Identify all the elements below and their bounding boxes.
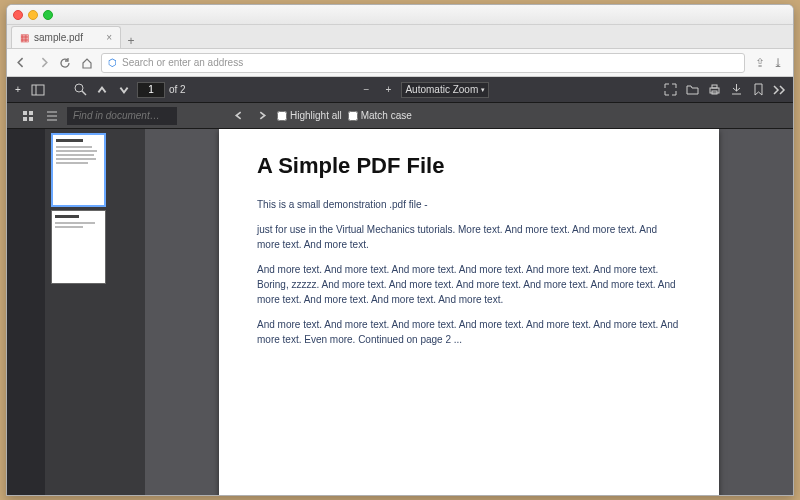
outline-view-button[interactable] xyxy=(43,107,61,125)
page-thumbnail-1[interactable] xyxy=(51,133,106,207)
find-prev-button[interactable] xyxy=(229,107,247,125)
zoom-in-button[interactable]: + xyxy=(379,81,397,99)
bookmark-button[interactable] xyxy=(749,81,767,99)
pdf-viewer: + of 2 − + xyxy=(7,77,793,495)
nav-back-button[interactable] xyxy=(13,55,29,71)
document-title: A Simple PDF File xyxy=(257,153,681,179)
url-bar[interactable]: ⬡ Search or enter an address xyxy=(101,53,745,73)
home-button[interactable] xyxy=(79,55,95,71)
browser-window: ▦ sample.pdf × + ⬡ Search or enter an ad… xyxy=(6,4,794,496)
reload-button[interactable] xyxy=(57,55,73,71)
tab-close-icon[interactable]: × xyxy=(106,32,112,43)
window-minimize-button[interactable] xyxy=(28,10,38,20)
page-count-label: of 2 xyxy=(169,84,186,95)
page-number-input[interactable] xyxy=(137,82,165,98)
window-close-button[interactable] xyxy=(13,10,23,20)
svg-point-2 xyxy=(75,84,83,92)
find-button[interactable] xyxy=(71,81,89,99)
find-next-button[interactable] xyxy=(253,107,271,125)
pdf-page: A Simple PDF File This is a small demons… xyxy=(219,129,719,495)
print-button[interactable] xyxy=(705,81,723,99)
page-thumbnail-2[interactable] xyxy=(51,210,106,284)
browser-nav-bar: ⬡ Search or enter an address ⇪ ⤓ xyxy=(7,49,793,77)
pdf-toolbar-primary: + of 2 − + xyxy=(7,77,793,103)
presentation-button[interactable] xyxy=(661,81,679,99)
prev-page-button[interactable] xyxy=(93,81,111,99)
document-scroll-area[interactable]: A Simple PDF File This is a small demons… xyxy=(145,129,793,495)
side-strip xyxy=(7,129,45,495)
open-file-button[interactable] xyxy=(683,81,701,99)
chevron-down-icon: ▾ xyxy=(481,86,485,94)
highlight-all-checkbox[interactable]: Highlight all xyxy=(277,110,342,121)
document-paragraph: This is a small demonstration .pdf file … xyxy=(257,197,681,212)
shield-icon: ⬡ xyxy=(108,57,117,68)
pdf-file-icon: ▦ xyxy=(20,32,29,43)
document-paragraph: And more text. And more text. And more t… xyxy=(257,262,681,307)
new-tab-strip-button[interactable]: + xyxy=(11,81,25,99)
thumbnail-view-button[interactable] xyxy=(19,107,37,125)
svg-rect-7 xyxy=(23,111,27,115)
highlight-all-label: Highlight all xyxy=(290,110,342,121)
find-input[interactable] xyxy=(67,107,177,125)
svg-rect-5 xyxy=(712,85,717,88)
zoom-select[interactable]: Automatic Zoom ▾ xyxy=(401,82,489,98)
tab-bar: ▦ sample.pdf × + xyxy=(7,25,793,49)
window-maximize-button[interactable] xyxy=(43,10,53,20)
nav-forward-button[interactable] xyxy=(35,55,51,71)
new-tab-button[interactable]: + xyxy=(121,34,141,48)
document-paragraph: And more text. And more text. And more t… xyxy=(257,317,681,347)
zoom-out-button[interactable]: − xyxy=(357,81,375,99)
tab-title: sample.pdf xyxy=(34,32,83,43)
document-paragraph: just for use in the Virtual Mechanics tu… xyxy=(257,222,681,252)
match-case-checkbox[interactable]: Match case xyxy=(348,110,412,121)
svg-rect-9 xyxy=(23,117,27,121)
zoom-label: Automatic Zoom xyxy=(405,84,478,95)
share-icon[interactable]: ⇪ xyxy=(755,56,765,70)
svg-rect-0 xyxy=(32,85,44,95)
url-placeholder: Search or enter an address xyxy=(122,57,243,68)
svg-rect-8 xyxy=(29,111,33,115)
next-page-button[interactable] xyxy=(115,81,133,99)
svg-rect-10 xyxy=(29,117,33,121)
tools-menu-button[interactable] xyxy=(771,81,789,99)
sidebar-toggle-button[interactable] xyxy=(29,81,47,99)
browser-tab[interactable]: ▦ sample.pdf × xyxy=(11,26,121,48)
window-titlebar xyxy=(7,5,793,25)
pdf-content-area: A Simple PDF File This is a small demons… xyxy=(7,129,793,495)
match-case-label: Match case xyxy=(361,110,412,121)
svg-line-3 xyxy=(82,91,86,95)
download-icon[interactable]: ⤓ xyxy=(773,56,783,70)
thumbnail-panel xyxy=(45,129,145,495)
download-pdf-button[interactable] xyxy=(727,81,745,99)
pdf-findbar: Highlight all Match case xyxy=(7,103,793,129)
